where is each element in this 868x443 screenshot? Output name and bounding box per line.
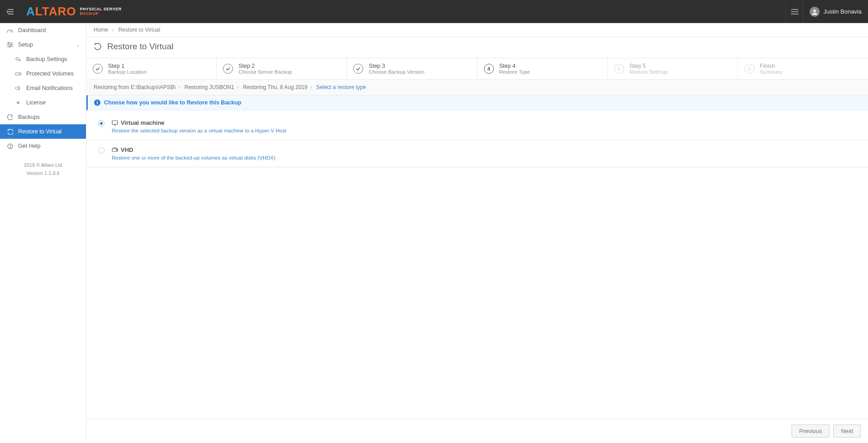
info-banner: Choose how you would like to Restore thi… (86, 95, 868, 110)
sidebar-item-license[interactable]: License (0, 95, 86, 110)
sidebar-item-label: License (26, 99, 46, 106)
wizard-step-2[interactable]: Step 2Choose Server Backup (217, 58, 347, 79)
dot-icon (14, 100, 22, 105)
sidebar-item-setup[interactable]: Setup ⌄ (0, 38, 86, 52)
step-subtitle: Summary (760, 69, 782, 75)
breadcrumb-separator: › (112, 27, 114, 33)
sidebar-item-dashboard[interactable]: Dashboard (0, 23, 86, 38)
svg-point-1 (8, 42, 9, 44)
sidebar-item-email-notifications[interactable]: Email Notifications (0, 81, 86, 95)
sidebar-footer: 2019 © Altaro Ltd Version 1.1.0.6 (0, 161, 86, 177)
sidebar-item-label: Email Notifications (26, 85, 73, 91)
logo-subtitle: PHYSICAL SERVER BACKUP (80, 7, 121, 16)
restore-option-virtual-machine[interactable]: Virtual machineRestore the selected back… (86, 113, 868, 140)
step-title: Step 2 (238, 63, 292, 69)
wizard-steps: Step 1Backup LocationStep 2Choose Server… (86, 58, 868, 80)
wizard-step-5: 5Step 5Restore Settings (608, 58, 738, 79)
sidebar-item-label: Backups (18, 114, 40, 120)
step-title: Finish (760, 63, 782, 69)
sidebar-item-label: Protected Volumes (26, 71, 74, 77)
restore-option-vhd[interactable]: VHDRestore one or more of the backed-up … (86, 140, 868, 167)
radio-icon (98, 120, 104, 127)
svg-rect-14 (112, 121, 118, 124)
user-menu[interactable]: Justin Bonavia (803, 0, 868, 23)
svg-point-0 (813, 9, 816, 12)
radio-icon (98, 147, 104, 154)
step-indicator-icon: 6 (745, 64, 754, 74)
step-indicator-icon: 5 (614, 64, 624, 74)
breadcrumb-current: Restore to Virtual (119, 27, 161, 33)
option-description: Restore one or more of the backed-up vol… (112, 155, 275, 160)
svg-point-5 (19, 59, 21, 61)
step-indicator-icon (223, 64, 233, 74)
sidebar-toggle[interactable] (0, 0, 20, 23)
next-button[interactable]: Next (833, 424, 861, 438)
sidebar-item-get-help[interactable]: Get Help (0, 139, 86, 153)
sidebar-item-restore-to-virtual[interactable]: Restore to Virtual (0, 124, 86, 139)
refresh-icon (6, 114, 14, 120)
wizard-step-6: 6FinishSummary (738, 58, 868, 79)
svg-point-7 (19, 74, 20, 74)
dashboard-icon (6, 28, 14, 33)
sidebar-item-label: Backup Settings (26, 56, 67, 62)
main-content: Home › Restore to Virtual Restore to Vir… (86, 23, 868, 443)
monitor-icon (112, 120, 118, 126)
step-indicator-icon (93, 64, 103, 74)
svg-point-10 (9, 147, 10, 148)
step-title: Step 5 (630, 63, 668, 69)
breadcrumb-home[interactable]: Home (94, 27, 108, 33)
previous-button[interactable]: Previous (792, 424, 830, 438)
wizard-step-1[interactable]: Step 1Backup Location (86, 58, 217, 79)
step-subtitle: Backup Location (108, 69, 147, 75)
product-logo: ALTARO PHYSICAL SERVER BACKUP (20, 0, 122, 23)
option-description: Restore the selected backup version as a… (112, 128, 286, 133)
header-menu-button[interactable] (786, 0, 803, 23)
user-name: Justin Bonavia (823, 8, 862, 15)
chevron-down-icon: ⌄ (76, 42, 80, 47)
page-title: Restore to Virtual (86, 37, 868, 58)
undo-icon (6, 129, 14, 135)
step-subtitle: Choose Server Backup (238, 69, 292, 75)
undo-icon (94, 42, 102, 51)
sidebar-item-backups[interactable]: Backups (0, 110, 86, 124)
sidebar-item-label: Dashboard (18, 27, 46, 33)
sidebar-item-label: Get Help (18, 143, 40, 149)
wizard-step-3[interactable]: Step 3Choose Backup Version (347, 58, 477, 79)
sidebar-item-backup-settings[interactable]: Backup Settings (0, 52, 86, 66)
wizard-footer: Previous Next (86, 419, 868, 443)
step-title: Step 3 (369, 63, 424, 69)
svg-point-3 (9, 46, 10, 47)
svg-point-13 (97, 101, 98, 102)
svg-point-4 (16, 57, 19, 60)
help-icon (6, 143, 14, 149)
wizard-step-4[interactable]: 4Step 4Restore Type (478, 58, 608, 79)
step-subtitle: Restore Type (499, 69, 530, 75)
breadcrumb: Home › Restore to Virtual (86, 23, 868, 37)
menu-icon (6, 9, 14, 14)
svg-rect-12 (97, 102, 98, 104)
hdd-icon (14, 71, 22, 76)
sidebar-item-label: Restore to Virtual (18, 128, 62, 135)
disk-icon (112, 147, 118, 153)
avatar-icon (810, 7, 820, 17)
step-subtitle: Restore Settings (630, 69, 668, 75)
restore-type-options: Virtual machineRestore the selected back… (86, 110, 868, 170)
cogs-icon (14, 57, 22, 62)
svg-point-2 (11, 44, 12, 46)
sidebar-item-protected-volumes[interactable]: Protected Volumes (0, 66, 86, 81)
sliders-icon (6, 42, 14, 47)
step-title: Step 1 (108, 63, 147, 69)
list-icon (791, 9, 798, 14)
svg-point-8 (17, 101, 19, 104)
wizard-breadcrumb: Restoring from E:\Backups\APSB\› Restori… (86, 80, 868, 95)
logo-wordmark: ALTARO (26, 5, 76, 19)
info-icon (94, 99, 100, 106)
option-title: VHD (112, 146, 275, 153)
app-header: ALTARO PHYSICAL SERVER BACKUP Justin Bon… (0, 0, 868, 23)
svg-point-16 (116, 150, 117, 151)
sidebar: Dashboard Setup ⌄ Backup Settings Protec… (0, 23, 86, 443)
step-indicator-icon (353, 64, 363, 74)
step-subtitle: Choose Backup Version (369, 69, 424, 75)
option-title: Virtual machine (112, 119, 286, 126)
step-title: Step 4 (499, 63, 530, 69)
